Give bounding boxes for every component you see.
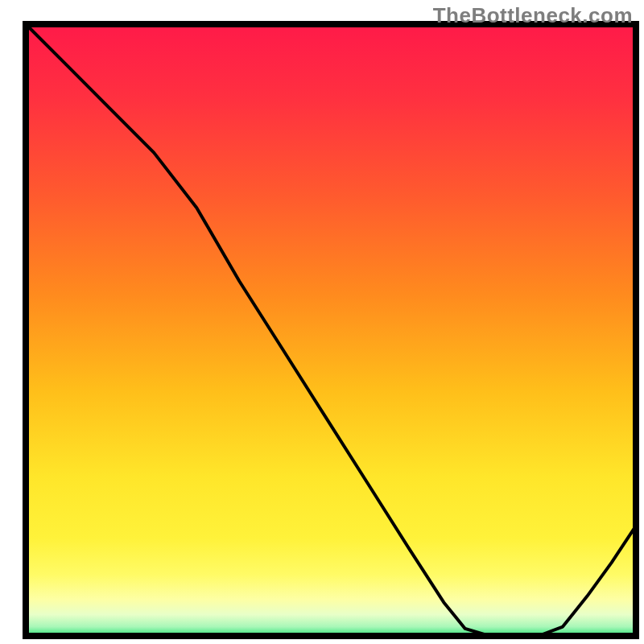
bottleneck-chart <box>0 0 644 644</box>
watermark-text: TheBottleneck.com <box>433 3 633 28</box>
chart-container: TheBottleneck.com <box>0 0 644 644</box>
